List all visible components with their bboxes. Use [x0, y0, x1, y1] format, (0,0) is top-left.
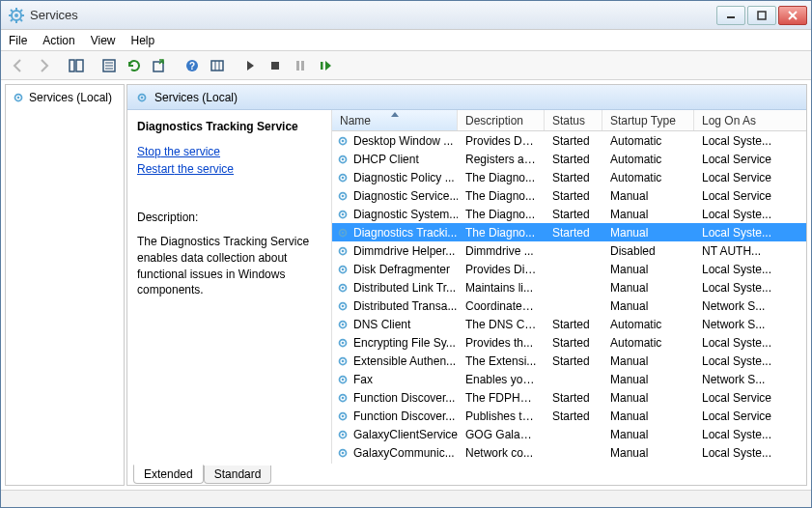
menu-view[interactable]: View — [91, 34, 116, 47]
table-row[interactable]: Disk DefragmenterProvides Dis...ManualLo… — [332, 260, 806, 278]
cell-status: Started — [545, 354, 602, 368]
table-row[interactable]: GalaxyCommunic...Network co...ManualLoca… — [332, 443, 806, 462]
svg-point-47 — [342, 249, 345, 252]
tree-node-services-local[interactable]: Services (Local) — [10, 89, 120, 106]
table-row[interactable]: Diagnostic Service...The Diagno...Starte… — [332, 186, 806, 205]
help-button[interactable]: ? — [181, 54, 204, 77]
refresh-button[interactable] — [123, 54, 146, 77]
table-row[interactable]: Dimmdrive Helper...Dimmdrive ...Disabled… — [332, 241, 806, 260]
restart-button[interactable] — [314, 54, 337, 77]
column-description[interactable]: Description — [458, 110, 545, 130]
toolbar: ? — [1, 51, 811, 80]
svg-point-69 — [342, 451, 345, 454]
table-row[interactable]: Encrypting File Sy...Provides th...Start… — [332, 333, 806, 352]
export-list-button[interactable] — [148, 54, 171, 77]
table-row[interactable]: Extensible Authen...The Extensi...Starte… — [332, 352, 806, 370]
tab-extended[interactable]: Extended — [133, 465, 204, 484]
cell-description: Maintains li... — [458, 281, 545, 295]
table-body[interactable]: Desktop Window ...Provides De...StartedA… — [332, 131, 806, 464]
stop-button[interactable] — [264, 54, 287, 77]
table-row[interactable]: DNS ClientThe DNS Cli...StartedAutomatic… — [332, 315, 806, 333]
table-row[interactable]: Diagnostic System...The Diagno...Started… — [332, 205, 806, 223]
gear-icon — [12, 91, 25, 104]
svg-point-59 — [342, 359, 345, 362]
tabbar: Extended Standard — [127, 464, 806, 485]
svg-point-1 — [14, 14, 18, 17]
pane-body: Diagnostics Tracking Service Stop the se… — [127, 110, 806, 464]
cell-name: Diagnostic Service... — [353, 189, 458, 203]
start-button[interactable] — [238, 54, 262, 77]
cell-description: The DNS Cli... — [458, 318, 545, 331]
titlebar[interactable]: Services — [1, 1, 811, 30]
service-detail: Diagnostics Tracking Service Stop the se… — [127, 110, 332, 464]
table-row[interactable]: Function Discover...Publishes th...Start… — [332, 407, 806, 425]
forward-button[interactable] — [32, 54, 55, 77]
cell-logon: Local Syste... — [694, 226, 781, 240]
cell-name: Diagnostic System... — [353, 208, 458, 221]
close-button[interactable] — [778, 6, 807, 25]
minimize-button[interactable] — [716, 6, 745, 25]
description-text: The Diagnostics Tracking Service enables… — [137, 234, 322, 298]
cell-logon: Local Service — [694, 391, 781, 405]
restart-link[interactable]: Restart — [137, 162, 175, 176]
cell-logon: Network S... — [694, 318, 781, 331]
maximize-button[interactable] — [747, 6, 776, 25]
cell-logon: Local Syste... — [694, 446, 781, 460]
column-logon[interactable]: Log On As — [694, 110, 781, 130]
cell-name: DNS Client — [353, 318, 410, 331]
cell-logon: Local Syste... — [694, 281, 781, 295]
cell-status: Started — [545, 134, 602, 148]
gear-icon — [135, 91, 149, 104]
menu-help[interactable]: Help — [131, 34, 155, 47]
cell-status: Started — [545, 409, 602, 423]
cell-name: GalaxyClientService — [353, 428, 458, 441]
table-row[interactable]: DHCP ClientRegisters an...StartedAutomat… — [332, 150, 806, 168]
cell-logon: Network S... — [694, 373, 781, 386]
column-startup[interactable]: Startup Type — [602, 110, 694, 130]
back-button[interactable] — [7, 54, 30, 77]
tab-standard[interactable]: Standard — [204, 466, 272, 484]
cell-logon: Local Service — [694, 171, 781, 184]
cell-name: Distributed Link Tr... — [353, 281, 456, 295]
table-row[interactable]: FaxEnables you...ManualNetwork S... — [332, 370, 806, 388]
table-row[interactable]: Desktop Window ...Provides De...StartedA… — [332, 131, 806, 150]
columns-button[interactable] — [206, 54, 229, 77]
column-name[interactable]: Name — [332, 110, 458, 130]
cell-name: Desktop Window ... — [353, 134, 453, 148]
cell-startup: Automatic — [602, 318, 694, 331]
cell-description: Registers an... — [458, 153, 545, 166]
cell-startup: Manual — [602, 189, 694, 203]
show-hide-tree-button[interactable] — [65, 54, 88, 77]
properties-button[interactable] — [98, 54, 121, 77]
cell-name: DHCP Client — [353, 153, 419, 166]
cell-name: Extensible Authen... — [353, 354, 456, 368]
svg-rect-23 — [211, 61, 223, 71]
tree-pane[interactable]: Services (Local) — [5, 84, 125, 486]
cell-status: Started — [545, 208, 602, 221]
menubar: File Action View Help — [1, 30, 811, 51]
table-row[interactable]: Diagnostics Tracki...The Diagno...Starte… — [332, 223, 806, 241]
window-title: Services — [30, 8, 716, 22]
table-row[interactable]: Distributed Transa...Coordinates...Manua… — [332, 296, 806, 315]
cell-name: GalaxyCommunic... — [353, 446, 455, 460]
stop-link[interactable]: Stop — [137, 145, 161, 158]
cell-name: Dimmdrive Helper... — [353, 244, 455, 258]
cell-logon: Local Syste... — [694, 208, 781, 221]
table-row[interactable]: Diagnostic Policy ...The Diagno...Starte… — [332, 168, 806, 186]
menu-file[interactable]: File — [9, 34, 27, 47]
table-row[interactable]: GalaxyClientServiceGOG Galaxy...ManualLo… — [332, 425, 806, 443]
table-row[interactable]: Distributed Link Tr...Maintains li...Man… — [332, 278, 806, 296]
cell-status: Started — [545, 226, 602, 240]
table-row[interactable]: Function Discover...The FDPHO...StartedM… — [332, 388, 806, 407]
service-actions: Stop the service Restart the service — [137, 143, 322, 178]
menu-action[interactable]: Action — [42, 34, 74, 47]
svg-point-57 — [342, 341, 345, 344]
column-status[interactable]: Status — [545, 110, 602, 130]
svg-line-8 — [11, 19, 13, 21]
cell-description: Coordinates... — [458, 299, 545, 313]
svg-point-33 — [141, 96, 144, 99]
pause-button[interactable] — [289, 54, 312, 77]
cell-logon: Local Syste... — [694, 354, 781, 368]
svg-rect-29 — [321, 62, 323, 70]
cell-description: Provides De... — [458, 134, 545, 148]
